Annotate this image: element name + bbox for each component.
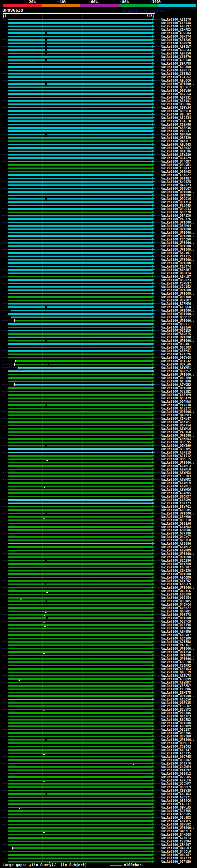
hit-label[interactable]: UniRef100_Q4PM83 [161,413,191,417]
alignment-row[interactable]: UniRef100_Q4N5H3 [0,846,197,850]
alignment-bar[interactable] [8,90,152,91]
alignment-row[interactable]: UniRef100_B4G0Z5 [0,180,197,184]
alignment-row[interactable]: UniRef100_A6YML6 [0,427,197,430]
alignment-bar[interactable] [8,350,152,352]
hit-label[interactable]: UniRef100_A6YML0 [161,468,191,471]
alignment-row[interactable]: UniRef100_Q56K03 [0,170,197,173]
alignment-bar[interactable] [8,73,152,74]
alignment-bar[interactable] [8,225,152,227]
alignment-row[interactable]: UniRef100_C5XW37 [0,282,197,285]
alignment-row[interactable]: UniRef100_A6YMM2 [0,478,197,481]
alignment-bar[interactable] [8,445,152,446]
alignment-row[interactable]: UniRef100_B4MZL3 [0,830,197,833]
alignment-bar[interactable] [8,712,152,714]
hit-label[interactable]: UniRef100_A6YML6 [161,427,191,430]
alignment-row[interactable]: UniRef100_Q8GSE9 [0,329,197,332]
alignment-bar[interactable] [8,621,152,622]
alignment-row[interactable]: UniRef100_C9SY39 [0,789,197,792]
alignment-bar[interactable] [8,215,152,216]
alignment-row[interactable]: UniRef100_A8I2T0 [0,18,197,21]
hit-label[interactable]: UniRef100_A4S797 [161,25,191,28]
alignment-bar[interactable] [8,289,152,291]
alignment-bar[interactable] [8,53,152,54]
alignment-bar[interactable] [8,479,152,480]
alignment-row[interactable]: UniRef100_B6SK14 [0,272,197,275]
alignment-bar[interactable] [11,316,152,318]
alignment-bar[interactable] [8,661,152,663]
alignment-row[interactable]: UniRef100_UPI000.. [0,234,197,238]
hit-label[interactable]: UniRef100_UPI000.. [161,552,195,555]
alignment-bar[interactable] [8,725,152,727]
alignment-row[interactable]: UniRef100_C5M407 [0,843,197,846]
alignment-bar[interactable] [8,759,152,761]
hit-label[interactable]: UniRef100_B0X754 [161,424,191,427]
alignment-row[interactable]: UniRef100_UPI000.. [0,386,197,390]
hit-label[interactable]: UniRef100_Q4GXC3 [161,715,191,718]
hit-label[interactable]: UniRef100_UPI000.. [161,586,195,589]
alignment-bar[interactable] [8,245,152,247]
alignment-bar[interactable] [8,178,152,179]
hit-label[interactable]: UniRef100_A9U0C6 [161,79,191,82]
alignment-row[interactable]: UniRef100_Q86SA6 [0,522,197,525]
alignment-row[interactable]: UniRef100_A8Q6E9 [0,583,197,586]
alignment-row[interactable]: UniRef100_Q3L0D3 [0,816,197,819]
hit-label[interactable]: UniRef100_UPI000.. [161,434,195,437]
alignment-row[interactable]: UniRef100_A6ZU78 [0,674,197,677]
alignment-row[interactable]: UniRef100_P49637 [0,129,197,133]
hit-label[interactable]: UniRef100_P14115 [161,255,191,258]
alignment-row[interactable]: UniRef100_B5G0Y3 [0,278,197,282]
alignment-bar[interactable] [8,803,152,805]
hit-label[interactable]: UniRef100_C5XW37 [161,282,191,285]
hit-label[interactable]: UniRef100_UPI000.. [161,654,195,657]
hit-label[interactable]: UniRef100_Q90YU0 [161,295,191,299]
alignment-bar[interactable] [8,520,152,521]
alignment-row[interactable]: UniRef100_B4FQD7 [0,160,197,163]
hit-label[interactable]: UniRef100_A8E686 [161,542,191,545]
alignment-bar[interactable] [8,496,152,497]
alignment-bar[interactable] [8,786,152,788]
alignment-bar[interactable] [8,414,152,416]
hit-label[interactable]: UniRef100_Q9UVH1 [161,163,191,166]
alignment-row[interactable]: UniRef100_B4JCL0 [0,850,197,853]
alignment-bar[interactable] [8,641,152,643]
alignment-row[interactable]: UniRef100_P08978 [0,613,197,616]
alignment-bar[interactable] [8,39,152,41]
hit-label[interactable]: UniRef100_Q6NZ52 [161,370,191,373]
alignment-bar[interactable] [8,854,152,856]
hit-label[interactable]: UniRef100_A9SGW7 [161,45,191,48]
alignment-bar[interactable] [8,340,152,341]
hit-label[interactable]: UniRef100_Q0CBF9 [161,785,191,789]
hit-label[interactable]: UniRef100_A9QQD0 [161,576,191,579]
alignment-bar[interactable] [8,614,152,616]
hit-label[interactable]: UniRef100_UPI000.. [161,738,195,741]
alignment-row[interactable]: UniRef100_A6YML2 [0,545,197,549]
hit-label[interactable]: UniRef100_Q0UY87 [161,853,191,857]
alignment-row[interactable]: UniRef100_Q4UE19 [0,671,197,674]
hit-label[interactable]: UniRef100_UPI000.. [161,339,195,342]
alignment-bar[interactable] [8,780,152,781]
alignment-bar[interactable] [8,276,152,277]
hit-label[interactable]: UniRef100_UPI000.. [161,312,195,316]
hit-label[interactable]: UniRef100_C6KT23 [161,502,191,505]
alignment-row[interactable]: UniRef100_B0X754 [0,424,197,427]
alignment-row[interactable]: UniRef100_Q9CQ16 [0,197,197,200]
alignment-bar[interactable] [8,797,152,798]
alignment-row[interactable]: UniRef100_P02406 [0,711,197,715]
hit-label[interactable]: UniRef100_UPI000.. [161,190,195,194]
alignment-bar[interactable] [8,509,152,511]
hit-label[interactable]: UniRef100_Q7RJ88 [161,532,191,535]
alignment-bar[interactable] [8,87,152,88]
alignment-bar[interactable] [8,117,152,119]
alignment-bar[interactable] [11,310,152,311]
hit-label[interactable]: UniRef100_UPI000.. [161,261,195,265]
alignment-bar[interactable] [8,746,152,747]
hit-label[interactable]: UniRef100_Q9LR33 [161,207,191,211]
alignment-bar[interactable] [8,658,152,659]
hit-label[interactable]: UniRef100_C0SD63 [161,745,191,748]
alignment-row[interactable]: UniRef100_A6YMK9 [0,549,197,552]
alignment-bar[interactable] [13,847,152,849]
alignment-bar[interactable] [8,486,152,487]
alignment-row[interactable]: UniRef100_A9RGH4 [0,31,197,35]
alignment-bar[interactable] [19,367,152,369]
alignment-bar[interactable] [8,732,152,734]
